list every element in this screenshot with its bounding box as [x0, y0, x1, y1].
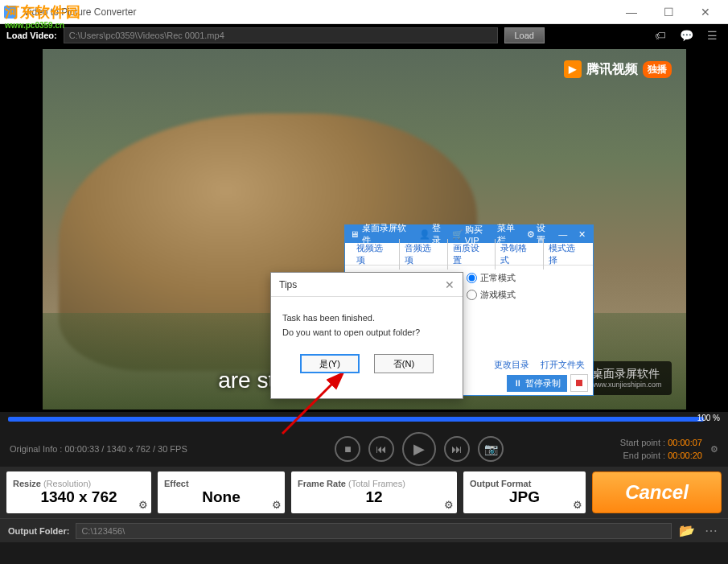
open-folder-icon[interactable]: 📂	[678, 523, 696, 538]
resize-gear-icon[interactable]: ⚙	[138, 499, 148, 511]
app-icon	[4, 6, 17, 19]
progress-area: 100 %	[0, 412, 728, 431]
cancel-button[interactable]: Cancel	[592, 471, 722, 513]
load-button[interactable]: Load	[504, 27, 545, 43]
snapshot-button[interactable]: 📷	[478, 436, 504, 462]
output-folder-row: Output Folder: 📂 ⋯	[0, 518, 728, 542]
tips-title-text: Tips	[279, 279, 297, 290]
play-triangle-icon: ▶	[564, 60, 582, 78]
trim-points: Start point : 00:00:07 End point : 00:00…	[620, 436, 702, 463]
recorder-tabs: 视频选项 音频选项 画质设置 录制格式 模式选择	[345, 243, 593, 266]
framerate-card[interactable]: Frame Rate (Total Frames) 12 ⚙	[291, 471, 457, 513]
resize-card[interactable]: Resize (Resolution) 1340 x 762 ⚙	[6, 471, 151, 513]
recorder-minimize[interactable]: —	[557, 229, 570, 239]
framerate-gear-icon[interactable]: ⚙	[444, 499, 454, 511]
prev-button[interactable]: ⏮	[368, 436, 394, 462]
tencent-video-logo: ▶ 腾讯视频 独播	[564, 60, 672, 78]
tips-close-icon[interactable]: ✕	[445, 278, 454, 291]
tag-icon[interactable]: 🏷	[651, 26, 670, 45]
tab-video-opts[interactable]: 视频选项	[352, 239, 394, 270]
minimize-button[interactable]: —	[613, 0, 650, 24]
effect-gear-icon[interactable]: ⚙	[272, 499, 282, 511]
stop-button[interactable]: ■	[335, 436, 360, 462]
maximize-button[interactable]: ☐	[650, 0, 687, 24]
recorder-pause-button[interactable]: ⏸ 暂停录制	[507, 375, 567, 392]
output-folder-input[interactable]	[76, 523, 672, 539]
list-icon[interactable]: ☰	[702, 26, 722, 45]
original-info: Original Info : 00:00:33 / 1340 x 762 / …	[10, 444, 219, 454]
opt-normal-mode[interactable]: 正常模式	[467, 272, 516, 284]
tab-audio-opts[interactable]: 音频选项	[399, 239, 442, 270]
tips-message: Task has been finished. Do you want to o…	[271, 297, 463, 354]
tips-no-button[interactable]: 否(N)	[374, 354, 434, 373]
playback-controls: Original Info : 00:00:33 / 1340 x 762 / …	[0, 431, 728, 467]
next-button[interactable]: ⏭	[444, 436, 470, 462]
load-video-label: Load Video:	[6, 31, 57, 40]
progress-percent: 100 %	[697, 414, 720, 422]
recorder-open-dir[interactable]: 打开文件夹	[541, 359, 585, 371]
format-card[interactable]: Output Format JPG ⚙	[463, 471, 586, 513]
browse-folder-icon[interactable]: ⋯	[702, 523, 720, 538]
close-button[interactable]: ✕	[687, 0, 724, 24]
format-gear-icon[interactable]: ⚙	[573, 499, 582, 511]
app-title: Video to Picture Converter	[23, 6, 613, 18]
video-path-input[interactable]	[64, 27, 498, 43]
tips-dialog: Tips ✕ Task has been finished. Do you wa…	[270, 272, 463, 399]
chat-icon[interactable]: 💬	[677, 26, 696, 45]
effect-card[interactable]: Effect None ⚙	[158, 471, 285, 513]
load-toolbar: Load Video: Load 🏷 💬 ☰	[0, 24, 728, 47]
tab-format[interactable]: 录制格式	[495, 239, 538, 270]
play-button[interactable]: ▶	[402, 432, 436, 466]
output-folder-label: Output Folder:	[8, 526, 69, 536]
recorder-stop-button[interactable]	[570, 374, 588, 392]
opt-game-mode[interactable]: 游戏模式	[467, 289, 516, 301]
points-gear-icon[interactable]: ⚙	[710, 444, 718, 455]
window-titlebar: Video to Picture Converter — ☐ ✕	[0, 0, 728, 24]
tips-yes-button[interactable]: 是(Y)	[300, 354, 360, 373]
progress-bar[interactable]	[8, 417, 704, 422]
tab-quality[interactable]: 画质设置	[447, 239, 491, 270]
recorder-watermark: 桌面录屏软件 www.xunjieshipin.com	[581, 361, 671, 395]
recorder-change-dir[interactable]: 更改目录	[494, 359, 529, 371]
tab-mode[interactable]: 模式选择	[543, 239, 586, 270]
export-settings-row: Resize (Resolution) 1340 x 762 ⚙ Effect …	[0, 467, 728, 518]
video-preview-area: ▶ 腾讯视频 独播 依然相当娇弱 are still extremely vul…	[0, 47, 728, 412]
